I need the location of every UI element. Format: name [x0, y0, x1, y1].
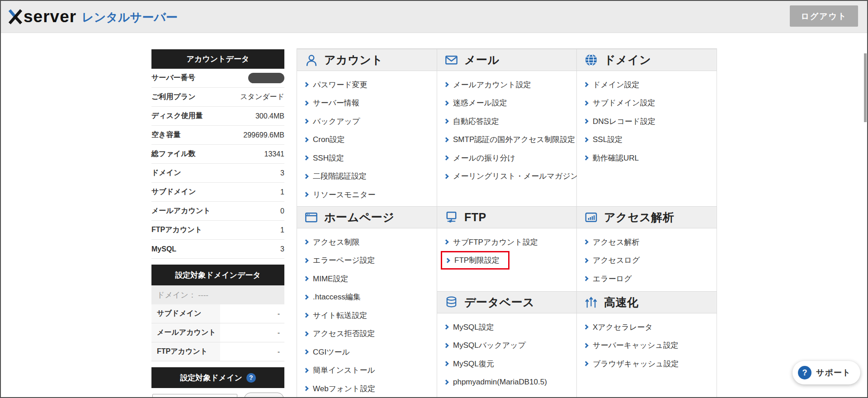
- menu-item-link[interactable]: SMTP認証の国外アクセス制限設定: [444, 131, 576, 149]
- section-item-list: パスワード変更サーバー情報バックアップCron設定SSH設定二段階認証設定リソー…: [297, 71, 437, 204]
- xserver-control-panel: server レンタルサーバー ログアウト アカウントデータ サーバー番号ご利用…: [0, 0, 868, 398]
- menu-column-3: ドメインドメイン設定サブドメイン設定DNSレコード設定SSL設定動作確認URLア…: [577, 49, 717, 397]
- menu-item-link[interactable]: Cron設定: [304, 131, 437, 149]
- domain-select-controls: [151, 393, 284, 398]
- row-label: メールアカウント: [151, 323, 220, 342]
- question-circle-icon[interactable]: ?: [246, 373, 256, 383]
- chart-icon: [584, 210, 598, 224]
- logout-button[interactable]: ログアウト: [790, 5, 858, 27]
- menu-item-label: サイト転送設定: [313, 310, 367, 321]
- row-value: -: [220, 304, 284, 323]
- row-label: サーバー番号: [151, 73, 195, 83]
- menu-item-link[interactable]: Webフォント設定: [304, 379, 437, 398]
- sidebar: アカウントデータ サーバー番号ご利用プランスタンダードディスク使用量300.4M…: [151, 49, 284, 398]
- menu-item-link[interactable]: SSL設定: [584, 131, 717, 149]
- menu-item-link[interactable]: .htaccess編集: [304, 288, 437, 307]
- menu-item-link[interactable]: エラーログ: [584, 270, 717, 288]
- vertical-scrollbar-thumb[interactable]: [864, 53, 867, 122]
- menu-item-label: サーバー情報: [313, 98, 359, 108]
- section-header: データベース: [437, 292, 576, 313]
- menu-item-link[interactable]: CGIツール: [304, 343, 437, 361]
- menu-item-label: サーバーキャッシュ設定: [593, 340, 679, 351]
- chevron-right-icon: [443, 379, 448, 384]
- target-domain-data-row: サブドメイン-: [151, 304, 284, 323]
- support-label: サポート: [816, 367, 851, 378]
- menu-section-speed: 高速化Xアクセラレータサーバーキャッシュ設定ブラウザキャッシュ設定: [577, 291, 717, 397]
- menu-item-link[interactable]: MySQLバックアップ: [444, 336, 576, 355]
- chevron-right-icon: [303, 294, 308, 299]
- chevron-right-icon: [583, 240, 588, 245]
- menu-item-label: MIME設定: [313, 274, 348, 284]
- menu-item-link[interactable]: 簡単インストール: [304, 361, 437, 380]
- menu-item-link[interactable]: リソースモニター: [304, 185, 437, 204]
- menu-item-label: Xアクセラレータ: [593, 322, 653, 332]
- menu-item-link[interactable]: メールの振り分け: [444, 149, 576, 167]
- menu-item-link[interactable]: SSH設定: [304, 149, 437, 167]
- menu-item-link[interactable]: バックアップ: [304, 112, 437, 131]
- section-title: ホームページ: [324, 210, 394, 225]
- menu-item-label: MySQL設定: [453, 322, 494, 332]
- person-icon: [304, 53, 318, 67]
- menu-item-link[interactable]: アクセス拒否設定: [304, 325, 437, 343]
- menu-item-link[interactable]: DNSレコード設定: [584, 112, 717, 131]
- chevron-right-icon: [303, 313, 308, 318]
- menu-item-label: SSH設定: [313, 153, 344, 163]
- settings-menu: アカウントパスワード変更サーバー情報バックアップCron設定SSH設定二段階認証…: [297, 48, 717, 397]
- mail-icon: [444, 53, 458, 67]
- menu-item-link[interactable]: メーリングリスト・メールマガジン: [444, 167, 576, 186]
- menu-item-link[interactable]: アクセス制限: [304, 233, 437, 251]
- chevron-right-icon: [303, 386, 308, 391]
- menu-item-link[interactable]: サーバーキャッシュ設定: [584, 336, 717, 355]
- target-domain-select-title: 設定対象ドメイン: [180, 373, 242, 383]
- menu-item-link[interactable]: 動作確認URL: [584, 149, 717, 167]
- menu-item-label: CGIツール: [313, 347, 350, 357]
- section-header: アクセス解析: [577, 207, 717, 228]
- row-value: 1: [280, 226, 284, 234]
- menu-item-link[interactable]: ドメイン設定: [584, 76, 717, 94]
- target-domain-data-table: サブドメイン-メールアカウント-FTPアカウント-: [151, 304, 284, 361]
- menu-item-link[interactable]: FTP制限設定: [444, 251, 576, 270]
- menu-item-label: 自動応答設定: [453, 116, 499, 127]
- menu-item-link[interactable]: ブラウザキャッシュ設定: [584, 355, 717, 373]
- menu-item-link[interactable]: 二段階認証設定: [304, 167, 437, 186]
- chevron-right-icon: [443, 174, 448, 179]
- menu-item-link[interactable]: サブFTPアカウント設定: [444, 233, 576, 251]
- menu-item-label: メールの振り分け: [453, 153, 515, 163]
- section-header: アカウント: [297, 49, 437, 71]
- account-data-row: 総ファイル数13341: [151, 145, 284, 164]
- menu-item-link[interactable]: サイト転送設定: [304, 306, 437, 325]
- menu-column-1: アカウントパスワード変更サーバー情報バックアップCron設定SSH設定二段階認証…: [297, 49, 437, 397]
- chevron-right-icon: [303, 137, 308, 142]
- menu-item-link[interactable]: MIME設定: [304, 270, 437, 288]
- menu-item-label: phpmyadmin(MariaDB10.5): [453, 378, 547, 387]
- section-title: アクセス解析: [604, 210, 674, 225]
- menu-item-link[interactable]: Xアクセラレータ: [584, 318, 717, 336]
- row-value: 1: [280, 188, 284, 196]
- section-header: FTP: [437, 207, 576, 228]
- menu-item-link[interactable]: エラーページ設定: [304, 251, 437, 270]
- domain-apply-button[interactable]: [244, 393, 284, 398]
- menu-item-link[interactable]: MySQL設定: [444, 318, 576, 336]
- menu-item-link[interactable]: アクセス解析: [584, 233, 717, 251]
- menu-item-link[interactable]: メールアカウント設定: [444, 76, 576, 94]
- chevron-right-icon: [583, 100, 588, 105]
- menu-item-label: DNSレコード設定: [593, 116, 656, 127]
- monitor-icon: [444, 210, 458, 224]
- chevron-right-icon: [445, 258, 450, 263]
- menu-item-link[interactable]: 自動応答設定: [444, 112, 576, 131]
- menu-item-link[interactable]: MySQL復元: [444, 355, 576, 373]
- menu-item-link[interactable]: パスワード変更: [304, 76, 437, 94]
- logo-text: server: [24, 7, 76, 26]
- account-data-row: ご利用プランスタンダード: [151, 88, 284, 107]
- menu-item-label: 迷惑メール設定: [453, 98, 507, 108]
- row-label: MySQL: [151, 245, 176, 253]
- menu-item-link[interactable]: サブドメイン設定: [584, 94, 717, 113]
- support-button[interactable]: ? サポート: [793, 361, 860, 384]
- account-data-row: FTPアカウント1: [151, 221, 284, 240]
- menu-item-link[interactable]: phpmyadmin(MariaDB10.5): [444, 373, 576, 392]
- menu-section-ftp: FTPサブFTPアカウント設定FTP制限設定: [437, 206, 576, 291]
- menu-item-link[interactable]: アクセスログ: [584, 251, 717, 270]
- menu-item-link[interactable]: サーバー情報: [304, 94, 437, 113]
- domain-select-input[interactable]: [152, 394, 237, 398]
- menu-item-link[interactable]: 迷惑メール設定: [444, 94, 576, 113]
